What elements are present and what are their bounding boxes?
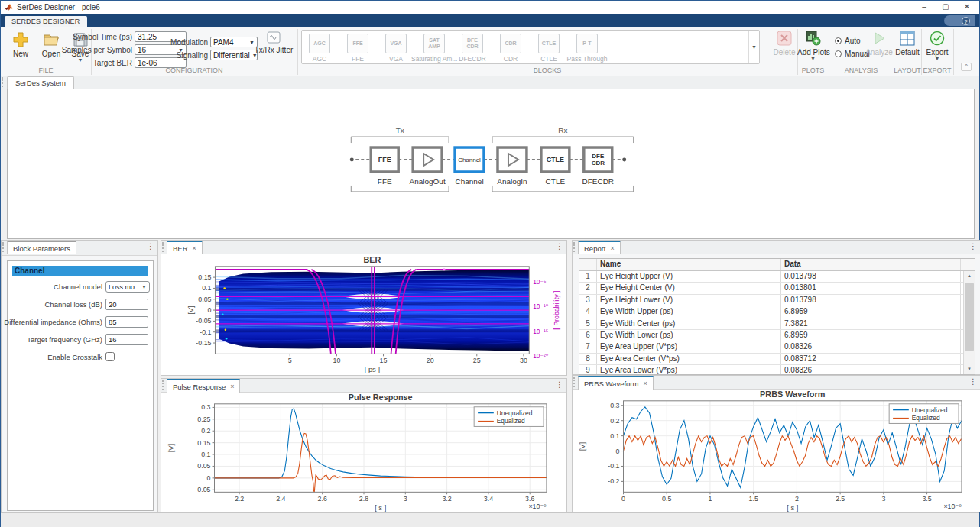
- panel-collapse-grip[interactable]: [162, 242, 164, 252]
- report-table-row[interactable]: 3Eye Height Lower (V)0.013798: [579, 295, 975, 306]
- new-button[interactable]: New: [5, 31, 36, 58]
- section-label-analysis: ANALYSIS: [829, 66, 894, 75]
- svg-text:0: 0: [616, 448, 620, 455]
- default-layout-button[interactable]: Default: [894, 31, 920, 57]
- system-block-ffe[interactable]: FFE: [371, 147, 398, 172]
- tab-ber[interactable]: BER×: [167, 241, 203, 254]
- close-tab-icon[interactable]: ×: [611, 245, 615, 252]
- svg-text:0: 0: [208, 306, 212, 314]
- report-tab-row: Report× ⋮: [573, 241, 980, 254]
- tab-block-parameters[interactable]: Block Parameters: [7, 241, 76, 254]
- close-tab-icon[interactable]: ×: [193, 245, 196, 252]
- tab-serdes-designer[interactable]: SERDES DESIGNER: [5, 16, 87, 27]
- auto-radio[interactable]: Auto: [835, 37, 861, 45]
- report-table-row[interactable]: 2Eye Height Center (V)0.013801: [579, 283, 975, 294]
- svg-text:-0.05: -0.05: [195, 486, 210, 493]
- add-plots-dropdown-arrow[interactable]: ▼: [797, 57, 829, 60]
- help-pill[interactable]: ?: [944, 15, 975, 26]
- report-table-row[interactable]: 1Eye Height Upper (V)0.013798: [579, 271, 975, 283]
- palette-block-pass-through[interactable]: P-T: [576, 34, 598, 53]
- report-table-row[interactable]: 5Eye Width Center (ps)7.3821: [579, 318, 975, 330]
- scrollbar-thumb[interactable]: [965, 283, 974, 351]
- modulation-label: Modulation: [154, 38, 208, 47]
- report-table-row[interactable]: 6Eye Width Lower (ps)6.8959: [579, 330, 975, 341]
- palette-block-agc[interactable]: AGC: [309, 34, 330, 53]
- palette-block-dfecdr[interactable]: DFECDR: [462, 34, 483, 53]
- svg-text:0.3: 0.3: [610, 402, 619, 409]
- system-block-analogin[interactable]: [498, 147, 527, 172]
- svg-text:-0.2: -0.2: [608, 477, 619, 485]
- panel-collapse-grip[interactable]: [2, 77, 4, 87]
- tab-prbs-waveform[interactable]: PRBS Waveform×: [578, 376, 654, 390]
- tab-pulse-response[interactable]: Pulse Response×: [167, 379, 240, 393]
- jitter-button[interactable]: Tx/Rx Jitter: [251, 31, 297, 54]
- svg-text:3.5: 3.5: [922, 495, 931, 503]
- palette-block-vga[interactable]: VGA: [385, 34, 407, 53]
- panel-collapse-grip[interactable]: [573, 242, 576, 252]
- block-caption: AnalogOut: [410, 177, 446, 186]
- report-table-row[interactable]: 4Eye Width Upper (ps)6.8959: [579, 306, 975, 318]
- minimize-button[interactable]: –: [913, 1, 935, 13]
- system-block-channel[interactable]: Channel: [455, 147, 484, 172]
- panel-menu-button[interactable]: ⋮: [969, 242, 977, 251]
- section-label-configuration: CONFIGURATION: [91, 66, 297, 75]
- target-frequency-input[interactable]: [105, 334, 148, 345]
- add-plots-button[interactable]: Add Plots ▼: [797, 31, 829, 60]
- column-header-name[interactable]: Name: [597, 259, 781, 270]
- scroll-up-icon[interactable]: ▲: [964, 271, 975, 281]
- report-cell-num: 6: [579, 330, 597, 341]
- export-dropdown-arrow[interactable]: ▼: [922, 57, 952, 60]
- report-cell-data: 7.3821: [781, 318, 961, 329]
- close-tab-icon[interactable]: ×: [643, 380, 647, 387]
- ber-eye-diagram[interactable]: BER510152025300.150.10.050-0.05-0.1-0.15…: [161, 254, 566, 375]
- serdes-system-canvas[interactable]: TxRxFFEFFEAnalogOutChannelChannelAnalogI…: [7, 89, 975, 239]
- report-table-row[interactable]: 7Eye Area Upper (V*ps)0.08326: [579, 341, 975, 353]
- report-table: Name Data 1Eye Height Upper (V)0.0137982…: [579, 258, 975, 375]
- close-tab-icon[interactable]: ×: [230, 383, 234, 390]
- delete-button[interactable]: Delete: [771, 31, 797, 57]
- system-block-dfecdr[interactable]: DFECDR: [584, 147, 612, 172]
- io-port-dot: [350, 158, 354, 162]
- maximize-button[interactable]: ▢: [935, 1, 956, 13]
- panel-collapse-grip[interactable]: [573, 377, 576, 387]
- panel-menu-button[interactable]: ⋮: [147, 242, 154, 251]
- channel-model-combo[interactable]: Loss mo...▼: [105, 281, 150, 293]
- svg-text:1.5: 1.5: [749, 495, 758, 503]
- palette-block-saturating-am-[interactable]: SATAMP: [423, 34, 445, 53]
- panel-menu-button[interactable]: ⋮: [969, 377, 977, 386]
- palette-dropdown-button[interactable]: ▼: [748, 31, 759, 63]
- system-block-ctle[interactable]: CTLE: [541, 147, 570, 172]
- palette-block-ctle[interactable]: CTLE: [538, 34, 560, 53]
- panel-menu-button[interactable]: ⋮: [556, 380, 563, 389]
- differential-impedance-label: Differential impedance (Ohms): [4, 318, 102, 326]
- svg-text:DFECDR: DFECDR: [592, 153, 605, 167]
- delete-icon: [771, 31, 797, 47]
- block-parameters-card: Channel Channel model Loss mo...▼ Channe…: [7, 260, 154, 511]
- close-button[interactable]: ✕: [956, 1, 978, 13]
- enable-crosstalk-checkbox[interactable]: [105, 352, 115, 361]
- differential-impedance-input[interactable]: [105, 316, 148, 328]
- report-cell-num: 9: [579, 365, 597, 375]
- analyze-button[interactable]: Analyze: [865, 31, 894, 57]
- channel-loss-input[interactable]: [105, 299, 148, 310]
- panel-collapse-grip[interactable]: [162, 380, 164, 390]
- tab-serdes-system[interactable]: SerDes System: [7, 76, 74, 89]
- vertical-scrollbar[interactable]: ▲ ▼: [963, 271, 975, 374]
- status-bar: [1, 512, 979, 527]
- system-block-analogout[interactable]: [413, 147, 442, 172]
- prbs-waveform-chart[interactable]: PRBS Waveform00.511.522.533.50.30.20.10-…: [573, 390, 980, 512]
- palette-block-cdr[interactable]: CDR: [500, 34, 521, 53]
- panel-menu-button[interactable]: ⋮: [556, 242, 563, 251]
- panel-collapse-grip[interactable]: [2, 242, 5, 252]
- help-icon[interactable]: ?: [962, 17, 970, 25]
- collapse-ribbon-button[interactable]: ⌃: [961, 63, 972, 71]
- report-table-row[interactable]: 8Eye Area Center (V*ps)0.083712: [579, 354, 975, 365]
- column-header-data[interactable]: Data: [781, 259, 961, 270]
- report-table-row[interactable]: 9Eye Area Lower (V*ps)0.08326: [579, 365, 975, 375]
- tab-report[interactable]: Report×: [578, 241, 621, 254]
- scroll-down-icon[interactable]: ▼: [964, 364, 975, 374]
- pulse-response-chart[interactable]: Pulse Response2.22.42.62.833.23.43.60.30…: [161, 393, 566, 512]
- palette-block-ffe[interactable]: FFE: [347, 34, 368, 53]
- probability-tick: 10⁻¹⁰: [533, 302, 549, 310]
- export-button[interactable]: Export ▼: [922, 31, 952, 60]
